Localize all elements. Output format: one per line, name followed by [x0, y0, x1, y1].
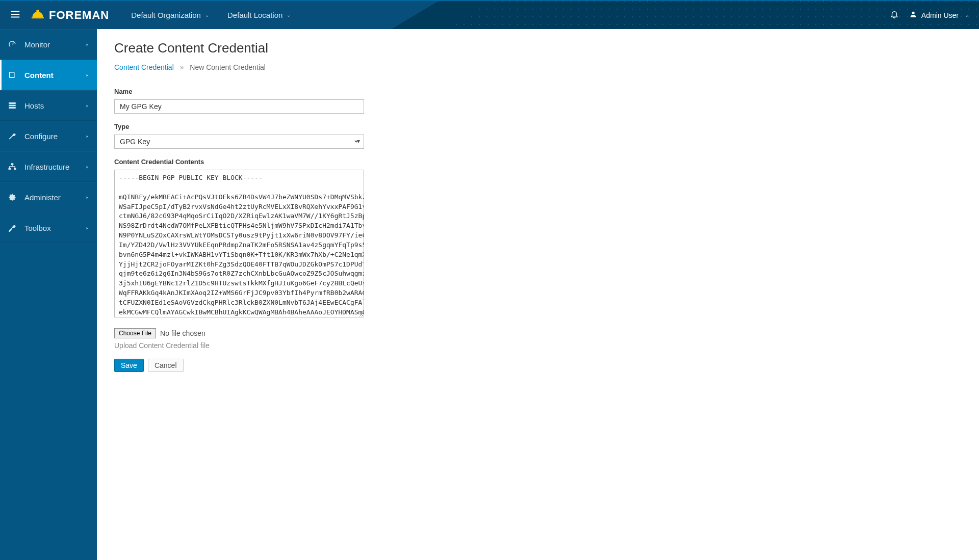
- page-title: Create Content Credential: [114, 40, 962, 56]
- org-switcher-label: Default Organization: [131, 11, 201, 19]
- type-select[interactable]: GPG Key: [114, 135, 364, 149]
- sidebar-item-label: Toolbox: [24, 224, 85, 232]
- save-button[interactable]: Save: [114, 359, 144, 372]
- sidebar-item-monitor[interactable]: Monitor: [0, 29, 97, 60]
- server-icon: [7, 100, 17, 111]
- sidebar-item-infrastructure[interactable]: Infrastructure: [0, 151, 97, 182]
- svg-rect-7: [9, 105, 16, 106]
- chevron-down-icon: ⌄: [287, 12, 291, 18]
- contents-label: Content Credential Contents: [114, 158, 364, 166]
- sidebar-item-label: Infrastructure: [24, 163, 85, 171]
- chevron-down-icon: ⌄: [965, 12, 969, 18]
- credential-form: Name Type GPG Key Content Credential Con…: [114, 88, 364, 372]
- nav-toggle-button[interactable]: [5, 5, 25, 25]
- sidebar-item-toolbox[interactable]: Toolbox: [0, 212, 97, 243]
- sitemap-icon: [7, 162, 17, 172]
- svg-point-5: [912, 12, 914, 14]
- svg-rect-4: [36, 10, 39, 11]
- user-icon: [909, 10, 917, 20]
- chevron-right-icon: [85, 132, 90, 141]
- topbar: FOREMAN Default Organization ⌄ Default L…: [0, 0, 979, 29]
- breadcrumb-current: New Content Credential: [190, 63, 266, 71]
- name-label: Name: [114, 88, 364, 95]
- tools-icon: [7, 223, 17, 233]
- bell-icon: [890, 10, 899, 20]
- main-content: Create Content Credential Content Creden…: [97, 29, 979, 560]
- svg-rect-10: [9, 168, 11, 170]
- location-switcher[interactable]: Default Location ⌄: [218, 1, 300, 29]
- svg-rect-8: [9, 107, 16, 109]
- cancel-button[interactable]: Cancel: [148, 359, 184, 372]
- brand-name: FOREMAN: [49, 9, 109, 22]
- breadcrumb-link-content-credential[interactable]: Content Credential: [114, 63, 174, 71]
- svg-rect-6: [9, 102, 16, 104]
- sidebar-item-configure[interactable]: Configure: [0, 121, 97, 151]
- sidebar-item-label: Hosts: [24, 101, 85, 110]
- file-upload-row: Choose File No file chosen: [114, 328, 364, 338]
- sidebar-item-hosts[interactable]: Hosts: [0, 90, 97, 121]
- choose-file-button[interactable]: Choose File: [114, 328, 156, 338]
- chevron-down-icon: ⌄: [205, 12, 209, 18]
- chevron-right-icon: [85, 193, 90, 202]
- brand-link[interactable]: FOREMAN: [31, 8, 109, 22]
- sidebar-item-label: Configure: [24, 132, 85, 141]
- sidebar: Monitor Content Hosts Configure: [0, 29, 97, 560]
- chevron-right-icon: [85, 71, 90, 79]
- sidebar-item-label: Content: [24, 71, 85, 79]
- svg-rect-11: [14, 168, 16, 170]
- svg-rect-9: [11, 163, 14, 165]
- hardhat-icon: [31, 8, 45, 22]
- location-switcher-label: Default Location: [227, 11, 282, 19]
- contents-textarea[interactable]: -----BEGIN PGP PUBLIC KEY BLOCK----- mQI…: [114, 170, 364, 317]
- sidebar-item-administer[interactable]: Administer: [0, 182, 97, 212]
- chevron-right-icon: [85, 224, 90, 232]
- file-chosen-text: No file chosen: [160, 329, 205, 337]
- sidebar-item-content[interactable]: Content: [0, 60, 97, 90]
- name-input[interactable]: [114, 99, 364, 114]
- tachometer-icon: [7, 39, 17, 49]
- chevron-right-icon: [85, 101, 90, 110]
- svg-rect-3: [32, 17, 44, 18]
- user-name: Admin User: [921, 11, 959, 19]
- wrench-icon: [7, 131, 17, 141]
- user-menu[interactable]: Admin User ⌄: [909, 10, 969, 20]
- breadcrumb: Content Credential » New Content Credent…: [114, 63, 962, 71]
- org-switcher[interactable]: Default Organization ⌄: [122, 1, 218, 29]
- gear-icon: [7, 192, 17, 202]
- breadcrumb-separator: »: [180, 63, 184, 71]
- chevron-right-icon: [85, 163, 90, 171]
- sidebar-item-label: Monitor: [24, 40, 85, 49]
- notifications-button[interactable]: [890, 10, 899, 20]
- type-label: Type: [114, 123, 364, 130]
- upload-hint: Upload Content Credential file: [114, 341, 364, 350]
- hamburger-icon: [10, 9, 21, 21]
- chevron-right-icon: [85, 40, 90, 49]
- topbar-right: Admin User ⌄: [890, 10, 969, 20]
- sidebar-item-label: Administer: [24, 193, 85, 202]
- book-icon: [7, 70, 17, 80]
